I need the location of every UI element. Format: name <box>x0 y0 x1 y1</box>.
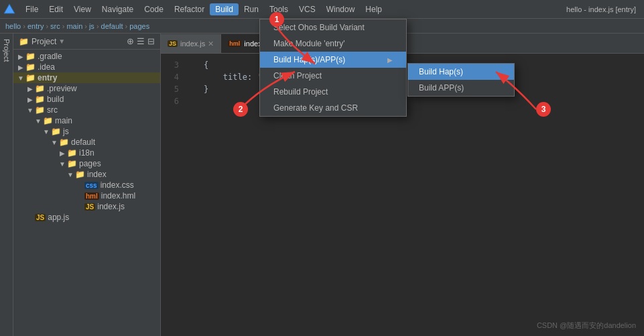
tree-item-gradle[interactable]: ▶ 📁 .gradle <box>13 51 160 62</box>
tree-item-label: default <box>71 137 95 147</box>
tree-item-build[interactable]: ▶ 📁 build <box>13 94 160 105</box>
settings-icon[interactable]: ☰ <box>137 36 145 46</box>
tree-item-label: index.hml <box>101 191 135 201</box>
menubar: File Edit View Navigate Code Refactor Bu… <box>0 0 644 19</box>
menu-rebuild-project[interactable]: Rebuild Project <box>260 84 406 100</box>
sub-menu-build-app[interactable]: Build APP(s) <box>408 80 514 96</box>
project-dropdown-arrow[interactable]: ▼ <box>58 38 65 45</box>
menu-build-hap-app[interactable]: Build Hap(s)/APP(s) ▶ <box>260 52 406 68</box>
tab-js-label: index.js <box>180 40 205 48</box>
folder-icon-entry: 📁 <box>25 73 36 82</box>
collapse-icon[interactable]: ⊟ <box>147 36 155 46</box>
tree-item-index-js[interactable]: JS index.js <box>13 201 160 212</box>
arrow-default: ▼ <box>50 139 59 146</box>
arrow-main: ▼ <box>34 117 43 125</box>
tree-item-entry[interactable]: ▼ 📁 entry <box>13 72 160 83</box>
menu-file[interactable]: File <box>20 3 44 15</box>
watermark: CSDN @随遇而安的dandelion <box>537 321 636 331</box>
menu-help[interactable]: Help <box>360 3 387 15</box>
tree-item-idea[interactable]: ▶ 📁 .idea <box>13 62 160 72</box>
menu-run[interactable]: Run <box>239 3 264 15</box>
add-icon[interactable]: ⊕ <box>127 36 134 46</box>
breadcrumb-part-2[interactable]: entry <box>27 22 44 30</box>
folder-icon: 📁 <box>19 37 29 46</box>
arrow-preview: ▶ <box>25 85 35 93</box>
folder-icon-main: 📁 <box>43 116 53 125</box>
folder-icon-i18n: 📁 <box>67 148 77 158</box>
breadcrumb-sep2: › <box>46 22 48 30</box>
file-icon-css: css <box>84 182 99 189</box>
tree-item-label: main <box>55 116 72 125</box>
tree-item-main[interactable]: ▼ 📁 main <box>13 115 160 126</box>
tree-item-label: build <box>47 95 64 104</box>
sub-dropdown-build: Build Hap(s) Build APP(s) <box>407 63 515 97</box>
code-line-6 <box>184 95 644 107</box>
annotation-2: 2 <box>233 102 248 117</box>
project-side-tab[interactable]: Project <box>0 34 13 336</box>
menu-view[interactable]: View <box>68 3 96 15</box>
tree-item-src[interactable]: ▼ 📁 src <box>13 105 160 115</box>
tree-item-js[interactable]: ▼ 📁 js <box>13 126 160 137</box>
menu-vcs[interactable]: VCS <box>294 3 321 15</box>
tree-item-pages[interactable]: ▼ 📁 pages <box>13 158 160 169</box>
breadcrumb-sep5: › <box>96 22 99 30</box>
folder-icon-index: 📁 <box>75 170 85 179</box>
tree-item-index-folder[interactable]: ▼ 📁 index <box>13 169 160 180</box>
file-tree-header: 📁 Project ▼ ⊕ ☰ ⊟ <box>13 34 160 50</box>
tree-item-label: src <box>47 105 58 115</box>
menu-window[interactable]: Window <box>321 3 361 15</box>
menu-navigate[interactable]: Navigate <box>96 3 139 15</box>
annotation-1: 1 <box>269 12 284 27</box>
breadcrumb-part-5[interactable]: js <box>89 22 94 30</box>
breadcrumb-part-4[interactable]: main <box>66 22 82 30</box>
folder-icon-gradle: 📁 <box>25 52 36 61</box>
arrow-entry: ▼ <box>16 74 25 82</box>
file-icon-appjs: JS <box>35 214 46 221</box>
folder-icon-pages: 📁 <box>67 159 77 168</box>
submenu-arrow: ▶ <box>387 56 393 64</box>
menu-clean-project[interactable]: Clean Project <box>260 68 406 84</box>
breadcrumb-sep4: › <box>84 22 87 30</box>
folder-icon-js: 📁 <box>51 127 61 136</box>
menu-generate-key[interactable]: Generate Key and CSR <box>260 100 406 116</box>
menu-build[interactable]: Build <box>210 3 239 15</box>
breadcrumb-part-3[interactable]: src <box>50 22 60 30</box>
window-title: hello - index.js [entry] <box>566 5 641 13</box>
menu-code[interactable]: Code <box>139 3 169 15</box>
tree-item-i18n[interactable]: ▶ 📁 i18n <box>13 148 160 158</box>
app-logo <box>3 3 16 16</box>
tree-item-label: .idea <box>38 62 55 72</box>
tab-js-close[interactable]: ✕ <box>208 40 214 48</box>
menu-make-module[interactable]: Make Module 'entry' <box>260 36 406 52</box>
arrow-i18n: ▶ <box>58 150 67 157</box>
tree-item-label: pages <box>79 159 101 168</box>
menu-refactor[interactable]: Refactor <box>169 3 210 15</box>
tab-index-js[interactable]: JS index.js ✕ <box>161 34 221 53</box>
folder-icon-preview: 📁 <box>35 84 45 93</box>
arrow-build-folder: ▶ <box>25 96 35 103</box>
sub-menu-build-hap[interactable]: Build Hap(s) <box>408 64 514 80</box>
annotation-3: 3 <box>536 102 551 117</box>
arrow-idea: ▶ <box>16 64 25 71</box>
breadcrumb-sep6: › <box>125 22 128 30</box>
tree-item-app-js[interactable]: JS app.js <box>13 212 160 223</box>
breadcrumb-sep: › <box>23 22 25 30</box>
tree-item-index-hml[interactable]: hml index.hml <box>13 190 160 201</box>
breadcrumb-part-6[interactable]: default <box>101 22 123 30</box>
tree-item-index-css[interactable]: css index.css <box>13 180 160 190</box>
tree-item-label: i18n <box>79 148 94 158</box>
arrow-index-folder: ▼ <box>66 171 75 178</box>
breadcrumb-part-7[interactable]: pages <box>129 22 149 30</box>
svg-marker-0 <box>4 4 15 13</box>
arrow-js: ▼ <box>42 128 51 135</box>
breadcrumb-part-1[interactable]: hello <box>5 22 21 30</box>
code-content[interactable]: { title: 'World' } <box>184 59 644 331</box>
tree-item-label: .preview <box>47 84 77 93</box>
folder-icon-idea: 📁 <box>25 62 36 72</box>
menu-edit[interactable]: Edit <box>44 3 68 15</box>
tree-item-preview[interactable]: ▶ 📁 .preview <box>13 83 160 94</box>
tree-item-label: js <box>63 127 69 136</box>
tree-item-default[interactable]: ▼ 📁 default <box>13 137 160 148</box>
file-tree-title: Project <box>31 37 56 46</box>
file-icon-hml: hml <box>84 192 99 200</box>
